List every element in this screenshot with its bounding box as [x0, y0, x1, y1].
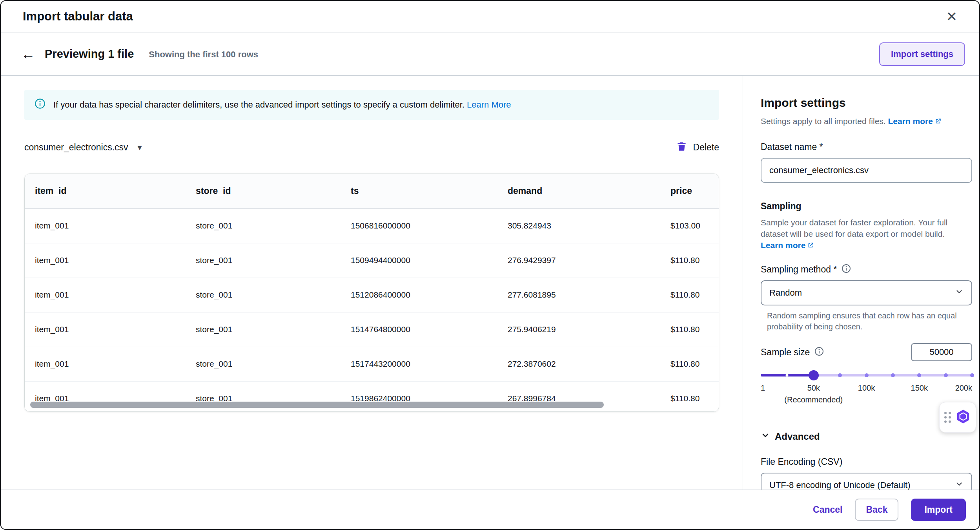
sampling-learn-more-label: Learn more — [761, 241, 805, 250]
table-cell: 276.9429397 — [497, 243, 660, 278]
table-cell: item_001 — [25, 312, 186, 347]
panel-subtitle-text: Settings apply to all imported files. — [761, 117, 886, 126]
table-cell: 277.6081895 — [497, 278, 660, 312]
dataset-name-label: Dataset name * — [761, 142, 972, 152]
sampling-description: Sample your dataset for faster explorati… — [761, 217, 972, 252]
trash-icon — [676, 141, 687, 154]
slider-tick-label: 200k — [955, 384, 972, 393]
import-settings-button[interactable]: Import settings — [879, 42, 965, 66]
chevron-down-icon — [955, 480, 964, 490]
sampling-method-select[interactable]: Random — [761, 280, 972, 305]
slider-tick-dot — [838, 373, 842, 377]
info-icon — [35, 98, 46, 111]
file-selector[interactable]: consumer_electronics.csv ▾ — [24, 142, 142, 153]
settings-learn-more-link[interactable]: Learn more — [888, 117, 942, 126]
preview-title: Previewing 1 file — [45, 48, 134, 60]
info-banner: If your data has special character delim… — [24, 90, 719, 120]
table-row: item_001store_0011517443200000272.387060… — [25, 347, 719, 381]
sample-size-input[interactable] — [911, 343, 972, 361]
banner-message: If your data has special character delim… — [53, 100, 464, 110]
cancel-button[interactable]: Cancel — [813, 504, 842, 515]
slider-tick-label: 150k — [911, 384, 928, 393]
file-encoding-value: UTF-8 encoding of Unicode (Default) — [769, 480, 911, 490]
slider-handle[interactable] — [809, 370, 819, 380]
preview-table: item_idstore_idtsdemandprice item_001sto… — [25, 174, 719, 412]
sampling-description-text: Sample your dataset for faster explorati… — [761, 218, 947, 238]
file-encoding-select[interactable]: UTF-8 encoding of Unicode (Default) — [761, 473, 972, 490]
main-area: If your data has special character delim… — [1, 76, 979, 490]
import-button[interactable]: Import — [911, 499, 966, 521]
drag-handle-icon[interactable] — [944, 412, 951, 423]
recommended-label: (Recommended) — [784, 395, 843, 404]
panel-subtitle: Settings apply to all imported files. Le… — [761, 116, 972, 128]
slider-tick-dot — [917, 373, 921, 377]
canvas-quick-access-widget — [939, 402, 976, 433]
table-cell: $110.80 — [660, 347, 719, 381]
external-link-icon — [934, 117, 942, 128]
slider-tick-dot — [891, 373, 895, 377]
table-cell: 1517443200000 — [341, 347, 497, 381]
back-arrow-icon[interactable]: ← — [21, 47, 35, 61]
table-body: item_001store_0011506816000000305.824943… — [25, 208, 719, 412]
preview-toolbar: ← Previewing 1 file Showing the first 10… — [1, 33, 979, 76]
close-icon[interactable]: ✕ — [946, 10, 958, 23]
banner-learn-more-link[interactable]: Learn More — [467, 100, 511, 110]
sampling-method-help: Random sampling ensures that each row ha… — [767, 310, 972, 332]
table-row: item_001store_0011506816000000305.824943… — [25, 208, 719, 243]
table-cell: $110.80 — [660, 243, 719, 278]
table-row: item_001store_0011514764800000275.940621… — [25, 312, 719, 347]
learn-more-label: Learn more — [888, 117, 933, 126]
slider-tick-dot — [786, 374, 789, 376]
table-head-row: item_idstore_idtsdemandprice — [25, 174, 719, 208]
slider-tick-dot — [865, 373, 869, 377]
horizontal-scrollbar-track — [30, 402, 713, 408]
table-cell: 275.9406219 — [497, 312, 660, 347]
dataset-name-input[interactable] — [761, 158, 972, 183]
table-cell: $103.00 — [660, 208, 719, 243]
file-row: consumer_electronics.csv ▾ Delete — [24, 141, 719, 154]
sampling-learn-more-link[interactable]: Learn more — [761, 241, 814, 250]
file-encoding-label: File Encoding (CSV) — [761, 457, 972, 467]
column-header: demand — [497, 174, 660, 208]
info-circle-icon[interactable] — [814, 347, 824, 358]
delete-file-button[interactable]: Delete — [676, 141, 719, 154]
horizontal-scrollbar-thumb[interactable] — [30, 402, 604, 408]
slider-tick-label: 100k — [858, 384, 875, 393]
preview-content: If your data has special character delim… — [1, 76, 743, 490]
chevron-down-icon: ▾ — [138, 143, 142, 153]
sample-size-row: Sample size — [761, 343, 972, 361]
slider-tick-label: 1 — [761, 384, 765, 393]
table-row: item_001store_0011509494400000276.942939… — [25, 243, 719, 278]
table-cell: item_001 — [25, 208, 186, 243]
table-cell: item_001 — [25, 243, 186, 278]
sampling-method-value: Random — [769, 288, 802, 298]
chevron-down-icon — [761, 431, 770, 442]
preview-subtitle: Showing the first 100 rows — [149, 49, 258, 60]
sampling-method-label: Sampling method * — [761, 264, 837, 275]
table-cell: 1514764800000 — [341, 312, 497, 347]
import-tabular-data-dialog: Import tabular data ✕ ← Previewing 1 fil… — [0, 0, 980, 530]
column-header: store_id — [186, 174, 341, 208]
table-cell: 1512086400000 — [341, 278, 497, 312]
sample-size-label: Sample size — [761, 347, 810, 358]
table-cell: 305.824943 — [497, 208, 660, 243]
advanced-section-toggle[interactable]: Advanced — [761, 431, 820, 442]
canvas-logo-icon[interactable] — [955, 408, 971, 426]
external-link-icon — [807, 241, 814, 252]
table-cell: $110.80 — [660, 278, 719, 312]
info-circle-icon[interactable] — [842, 264, 851, 275]
delete-label: Delete — [693, 142, 719, 153]
dialog-header: Import tabular data ✕ — [1, 1, 979, 33]
advanced-label: Advanced — [775, 431, 820, 442]
column-header: item_id — [25, 174, 186, 208]
table-cell: item_001 — [25, 347, 186, 381]
file-name: consumer_electronics.csv — [24, 142, 128, 153]
slider-tick-label: 50k — [807, 384, 820, 393]
back-button[interactable]: Back — [855, 499, 898, 521]
dialog-footer: Cancel Back Import — [1, 490, 979, 529]
table-cell: store_001 — [186, 208, 341, 243]
table-row: item_001store_0011512086400000277.608189… — [25, 278, 719, 312]
dialog-title: Import tabular data — [23, 9, 133, 24]
table-cell: store_001 — [186, 347, 341, 381]
preview-toolbar-left: ← Previewing 1 file Showing the first 10… — [21, 47, 258, 61]
